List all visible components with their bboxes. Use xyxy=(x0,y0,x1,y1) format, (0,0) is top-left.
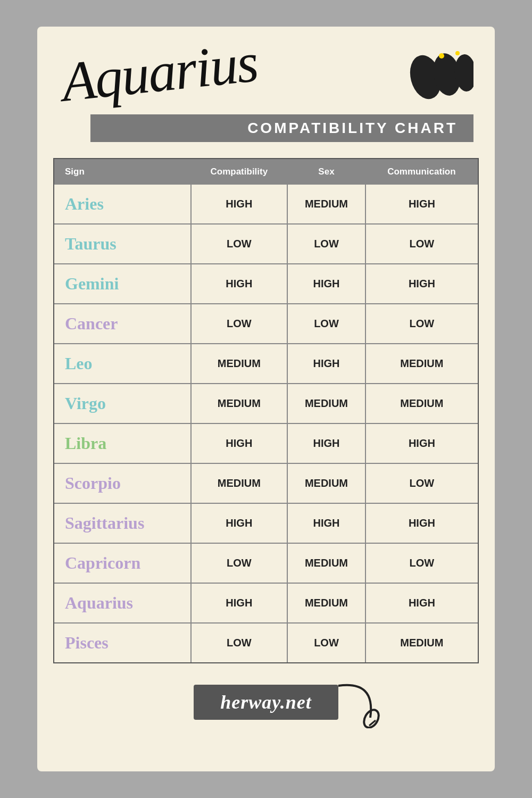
header-row: Sign Compatibility Sex Communication xyxy=(54,159,478,185)
communication-cell: LOW xyxy=(365,224,478,264)
compatibility-cell: LOW xyxy=(191,543,288,583)
compatibility-cell: LOW xyxy=(191,304,288,344)
compatibility-cell: MEDIUM xyxy=(191,384,288,423)
compatibility-cell: LOW xyxy=(191,224,288,264)
sign-name: Aries xyxy=(65,194,104,213)
sign-cell: Virgo xyxy=(54,384,191,423)
sign-cell: Aquarius xyxy=(54,583,191,623)
sign-name: Taurus xyxy=(65,234,117,253)
sign-name: Libra xyxy=(65,434,106,453)
table-row: CapricornLOWMEDIUMLOW xyxy=(54,543,478,583)
table-row: TaurusLOWLOWLOW xyxy=(54,224,478,264)
footer: herway.net xyxy=(194,685,338,720)
compatibility-cell: HIGH xyxy=(191,583,288,623)
communication-cell: MEDIUM xyxy=(365,384,478,423)
compatibility-cell: HIGH xyxy=(191,185,288,224)
sign-cell: Sagittarius xyxy=(54,503,191,543)
sex-cell: MEDIUM xyxy=(287,543,365,583)
table-row: LeoMEDIUMHIGHMEDIUM xyxy=(54,344,478,384)
sign-name: Gemini xyxy=(65,274,119,293)
svg-point-5 xyxy=(361,707,381,728)
sign-cell: Libra xyxy=(54,423,191,463)
sex-cell: LOW xyxy=(287,224,365,264)
table-header: Sign Compatibility Sex Communication xyxy=(54,159,478,185)
subtitle-bar: COMPATIBILITY CHART xyxy=(90,114,473,142)
compatibility-cell: HIGH xyxy=(191,264,288,304)
communication-cell: HIGH xyxy=(365,185,478,224)
sign-cell: Gemini xyxy=(54,264,191,304)
sign-cell: Aries xyxy=(54,185,191,224)
compatibility-cell: LOW xyxy=(191,623,288,662)
compatibility-cell: MEDIUM xyxy=(191,463,288,503)
table-row: AquariusHIGHMEDIUMHIGH xyxy=(54,583,478,623)
communication-cell: HIGH xyxy=(365,503,478,543)
communication-cell: LOW xyxy=(365,543,478,583)
table-body: AriesHIGHMEDIUMHIGHTaurusLOWLOWLOWGemini… xyxy=(54,185,478,662)
sex-cell: HIGH xyxy=(287,264,365,304)
header: Aquarius COMPATIBILITY CHART xyxy=(37,27,495,147)
table-row: GeminiHIGHHIGHHIGH xyxy=(54,264,478,304)
compatibility-table-wrapper: Sign Compatibility Sex Communication Ari… xyxy=(53,158,479,663)
site-url: herway.net xyxy=(220,691,312,713)
compatibility-table: Sign Compatibility Sex Communication Ari… xyxy=(54,159,478,662)
col-sign: Sign xyxy=(54,159,191,185)
col-communication: Communication xyxy=(365,159,478,185)
sign-cell: Capricorn xyxy=(54,543,191,583)
sign-name: Virgo xyxy=(65,394,106,413)
sex-cell: MEDIUM xyxy=(287,384,365,423)
table-row: ScorpioMEDIUMMEDIUMLOW xyxy=(54,463,478,503)
sex-cell: HIGH xyxy=(287,344,365,384)
sex-cell: LOW xyxy=(287,304,365,344)
communication-cell: HIGH xyxy=(365,583,478,623)
sign-name: Pisces xyxy=(65,633,109,652)
communication-cell: HIGH xyxy=(365,264,478,304)
table-row: VirgoMEDIUMMEDIUMMEDIUM xyxy=(54,384,478,423)
sex-cell: MEDIUM xyxy=(287,185,365,224)
communication-cell: MEDIUM xyxy=(365,623,478,662)
sign-cell: Cancer xyxy=(54,304,191,344)
sign-name: Scorpio xyxy=(65,473,121,493)
table-row: CancerLOWLOWLOW xyxy=(54,304,478,344)
arrow-icon xyxy=(333,675,386,728)
communication-cell: HIGH xyxy=(365,423,478,463)
compatibility-cell: HIGH xyxy=(191,423,288,463)
sign-cell: Scorpio xyxy=(54,463,191,503)
aquarius-symbol xyxy=(410,51,473,104)
table-row: PiscesLOWLOWMEDIUM xyxy=(54,623,478,662)
sex-cell: MEDIUM xyxy=(287,583,365,623)
sex-cell: HIGH xyxy=(287,423,365,463)
svg-point-3 xyxy=(439,53,444,59)
sign-name: Cancer xyxy=(65,314,118,333)
sex-cell: HIGH xyxy=(287,503,365,543)
svg-point-4 xyxy=(455,51,460,55)
subtitle-text: COMPATIBILITY CHART xyxy=(247,120,458,137)
sign-cell: Taurus xyxy=(54,224,191,264)
sign-name: Capricorn xyxy=(65,553,140,572)
sign-name: Leo xyxy=(65,354,93,373)
table-row: SagittariusHIGHHIGHHIGH xyxy=(54,503,478,543)
table-row: LibraHIGHHIGHHIGH xyxy=(54,423,478,463)
title-row: Aquarius xyxy=(59,43,473,112)
compatibility-cell: MEDIUM xyxy=(191,344,288,384)
arrow-decoration xyxy=(333,675,386,730)
communication-cell: LOW xyxy=(365,463,478,503)
col-sex: Sex xyxy=(287,159,365,185)
main-card: Aquarius COMPATIBILITY CHART xyxy=(37,27,495,771)
aquarius-title-text: Aquarius xyxy=(59,43,260,112)
sign-cell: Leo xyxy=(54,344,191,384)
table-row: AriesHIGHMEDIUMHIGH xyxy=(54,185,478,224)
aquarius-zodiac-icon xyxy=(410,48,473,106)
sex-cell: MEDIUM xyxy=(287,463,365,503)
sign-cell: Pisces xyxy=(54,623,191,662)
sign-name: Sagittarius xyxy=(65,513,144,533)
sign-name: Aquarius xyxy=(65,593,133,612)
title-svg: Aquarius xyxy=(59,43,378,112)
col-compatibility: Compatibility xyxy=(191,159,288,185)
communication-cell: LOW xyxy=(365,304,478,344)
compatibility-cell: HIGH xyxy=(191,503,288,543)
communication-cell: MEDIUM xyxy=(365,344,478,384)
sex-cell: LOW xyxy=(287,623,365,662)
